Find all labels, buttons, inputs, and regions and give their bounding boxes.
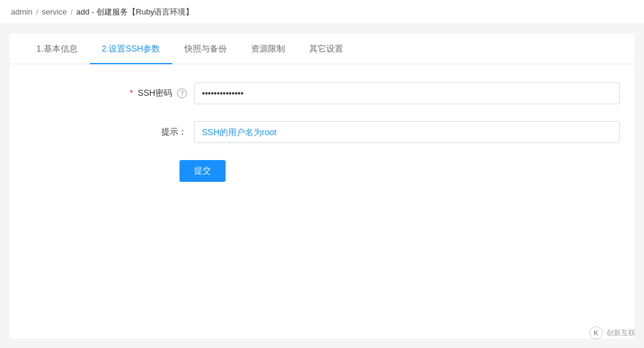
breadcrumb: admin / service / add - 创建服务【Ruby语言环境】 xyxy=(0,0,644,24)
submit-button[interactable]: 提交 xyxy=(179,160,226,182)
watermark: K 创新互联 xyxy=(589,326,636,340)
ssh-password-input[interactable] xyxy=(194,82,620,104)
help-icon[interactable]: ? xyxy=(177,89,187,98)
hint-input[interactable] xyxy=(194,121,620,143)
breadcrumb-page-title: add - 创建服务【Ruby语言环境】 xyxy=(76,7,194,18)
form-area: * SSH密码 ? 提示： 提交 xyxy=(10,64,634,200)
tab-bar: 1.基本信息 2.设置SSH参数 快照与备份 资源限制 其它设置 xyxy=(10,34,634,64)
breadcrumb-sep-1: / xyxy=(36,7,38,16)
tab-ssh[interactable]: 2.设置SSH参数 xyxy=(90,34,172,64)
main-panel: 1.基本信息 2.设置SSH参数 快照与备份 资源限制 其它设置 * SSH密码… xyxy=(10,34,634,338)
watermark-text: 创新互联 xyxy=(606,328,636,338)
tab-other[interactable]: 其它设置 xyxy=(297,34,355,64)
tab-snapshot[interactable]: 快照与备份 xyxy=(172,34,239,64)
required-star: * xyxy=(130,88,133,98)
breadcrumb-sep-2: / xyxy=(70,7,73,16)
tab-resource[interactable]: 资源限制 xyxy=(239,34,297,64)
submit-row: 提交 xyxy=(10,160,634,182)
hint-label: 提示： xyxy=(24,127,194,138)
breadcrumb-admin[interactable]: admin xyxy=(11,7,32,16)
watermark-icon: K xyxy=(589,326,603,340)
ssh-password-row: * SSH密码 ? xyxy=(10,82,634,104)
breadcrumb-service[interactable]: service xyxy=(42,7,67,16)
ssh-password-label: * SSH密码 ? xyxy=(24,88,194,99)
tab-basic[interactable]: 1.基本信息 xyxy=(24,34,90,64)
hint-row: 提示： xyxy=(10,121,634,143)
